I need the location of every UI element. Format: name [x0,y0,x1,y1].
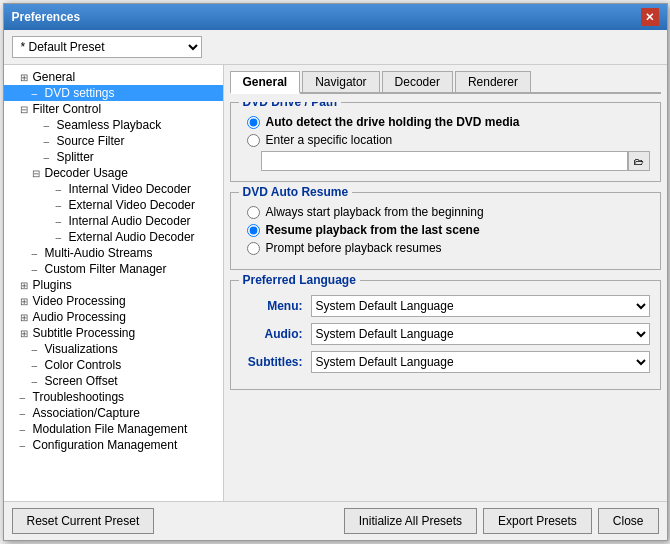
expand-icon-decoder-usage: ⊟ [32,168,44,179]
preferences-window: Preferences ✕ * Default Preset ⊞General–… [3,3,668,541]
bottom-bar: Reset Current Preset Initialize All Pres… [4,501,667,540]
menu-lang-select[interactable]: System Default Language [311,295,650,317]
sidebar-item-external-audio[interactable]: –External Audio Decoder [4,229,223,245]
sidebar-item-visualizations[interactable]: –Visualizations [4,341,223,357]
sidebar-label-external-audio: External Audio Decoder [69,230,195,244]
specific-location-label: Enter a specific location [266,133,393,147]
sidebar-item-audio-processing[interactable]: ⊞Audio Processing [4,309,223,325]
expand-icon-audio-processing: ⊞ [20,312,32,323]
sidebar-item-seamless-playback[interactable]: –Seamless Playback [4,117,223,133]
sidebar-label-internal-video: Internal Video Decoder [69,182,192,196]
expand-icon-association-capture: – [20,408,32,419]
audio-lang-select[interactable]: System Default Language [311,323,650,345]
sidebar-item-external-video[interactable]: –External Video Decoder [4,197,223,213]
sidebar-item-multi-audio[interactable]: –Multi-Audio Streams [4,245,223,261]
initialize-presets-button[interactable]: Initialize All Presets [344,508,477,534]
sidebar-item-filter-control[interactable]: ⊟Filter Control [4,101,223,117]
sidebar-item-dvd-settings[interactable]: –DVD settings [4,85,223,101]
sidebar-label-association-capture: Association/Capture [33,406,140,420]
expand-icon-color-controls: – [32,360,44,371]
auto-detect-radio[interactable] [247,116,260,129]
sidebar-item-screen-offset[interactable]: –Screen Offset [4,373,223,389]
expand-icon-subtitle-processing: ⊞ [20,328,32,339]
right-panel: General Navigator Decoder Renderer DVD D… [224,65,667,501]
sidebar-item-general[interactable]: ⊞General [4,69,223,85]
resume-last-radio[interactable] [247,224,260,237]
path-input[interactable] [261,151,628,171]
expand-icon-seamless-playback: – [44,120,56,131]
window-title: Preferences [12,10,81,24]
sidebar-label-dvd-settings: DVD settings [45,86,115,100]
subtitles-lang-row: Subtitles: System Default Language [241,351,650,373]
resume-last-label: Resume playback from the last scene [266,223,480,237]
path-input-row: 🗁 [261,151,650,171]
sidebar-item-splitter[interactable]: –Splitter [4,149,223,165]
expand-icon-screen-offset: – [32,376,44,387]
sidebar-item-internal-audio[interactable]: –Internal Audio Decoder [4,213,223,229]
expand-icon-external-audio: – [56,232,68,243]
subtitles-lang-label: Subtitles: [241,355,311,369]
preferred-language-title: Preferred Language [239,273,360,287]
sidebar-item-color-controls[interactable]: –Color Controls [4,357,223,373]
content-area: DVD Drive / Path Auto detect the drive h… [230,102,661,495]
browse-button[interactable]: 🗁 [628,151,650,171]
sidebar-item-plugins[interactable]: ⊞Plugins [4,277,223,293]
sidebar-item-association-capture[interactable]: –Association/Capture [4,405,223,421]
expand-icon-internal-video: – [56,184,68,195]
sidebar-item-video-processing[interactable]: ⊞Video Processing [4,293,223,309]
expand-icon-source-filter: – [44,136,56,147]
subtitles-lang-select[interactable]: System Default Language [311,351,650,373]
tab-renderer[interactable]: Renderer [455,71,531,92]
sidebar-label-decoder-usage: Decoder Usage [45,166,128,180]
always-start-radio[interactable] [247,206,260,219]
prompt-before-radio[interactable] [247,242,260,255]
sidebar-item-source-filter[interactable]: –Source Filter [4,133,223,149]
preset-select[interactable]: * Default Preset [12,36,202,58]
tabs-bar: General Navigator Decoder Renderer [230,71,661,94]
window-close-button[interactable]: ✕ [641,8,659,26]
audio-lang-label: Audio: [241,327,311,341]
always-start-row: Always start playback from the beginning [241,205,650,219]
specific-location-radio[interactable] [247,134,260,147]
sidebar-label-troubleshootings: Troubleshootings [33,390,125,404]
sidebar-label-seamless-playback: Seamless Playback [57,118,162,132]
tab-navigator[interactable]: Navigator [302,71,379,92]
sidebar-label-internal-audio: Internal Audio Decoder [69,214,191,228]
specific-location-row: Enter a specific location [241,133,650,147]
export-presets-button[interactable]: Export Presets [483,508,592,534]
expand-icon-general: ⊞ [20,72,32,83]
sidebar-item-modulation-file[interactable]: –Modulation File Management [4,421,223,437]
expand-icon-external-video: – [56,200,68,211]
dvd-auto-resume-title: DVD Auto Resume [239,185,353,199]
sidebar-item-internal-video[interactable]: –Internal Video Decoder [4,181,223,197]
main-content: ⊞General–DVD settings⊟Filter Control–Sea… [4,65,667,501]
bottom-right-buttons: Initialize All Presets Export Presets Cl… [344,508,659,534]
preferred-language-content: Menu: System Default Language Audio: Sys… [241,295,650,373]
dvd-drive-title: DVD Drive / Path [239,102,342,109]
menu-lang-row: Menu: System Default Language [241,295,650,317]
expand-icon-troubleshootings: – [20,392,32,403]
sidebar-item-decoder-usage[interactable]: ⊟Decoder Usage [4,165,223,181]
sidebar-item-custom-filter[interactable]: –Custom Filter Manager [4,261,223,277]
preferred-language-group: Preferred Language Menu: System Default … [230,280,661,390]
reset-preset-button[interactable]: Reset Current Preset [12,508,155,534]
sidebar-label-multi-audio: Multi-Audio Streams [45,246,153,260]
sidebar-item-troubleshootings[interactable]: –Troubleshootings [4,389,223,405]
expand-icon-internal-audio: – [56,216,68,227]
sidebar-label-subtitle-processing: Subtitle Processing [33,326,136,340]
tab-general[interactable]: General [230,71,301,94]
expand-icon-multi-audio: – [32,248,44,259]
sidebar-item-subtitle-processing[interactable]: ⊞Subtitle Processing [4,325,223,341]
preset-bar: * Default Preset [4,30,667,65]
auto-detect-row: Auto detect the drive holding the DVD me… [241,115,650,129]
always-start-label: Always start playback from the beginning [266,205,484,219]
close-button[interactable]: Close [598,508,659,534]
sidebar-label-external-video: External Video Decoder [69,198,196,212]
expand-icon-config-management: – [20,440,32,451]
dvd-auto-resume-group: DVD Auto Resume Always start playback fr… [230,192,661,270]
tab-decoder[interactable]: Decoder [382,71,453,92]
sidebar: ⊞General–DVD settings⊟Filter Control–Sea… [4,65,224,501]
auto-detect-label: Auto detect the drive holding the DVD me… [266,115,520,129]
sidebar-item-config-management[interactable]: –Configuration Management [4,437,223,453]
sidebar-label-general: General [33,70,76,84]
